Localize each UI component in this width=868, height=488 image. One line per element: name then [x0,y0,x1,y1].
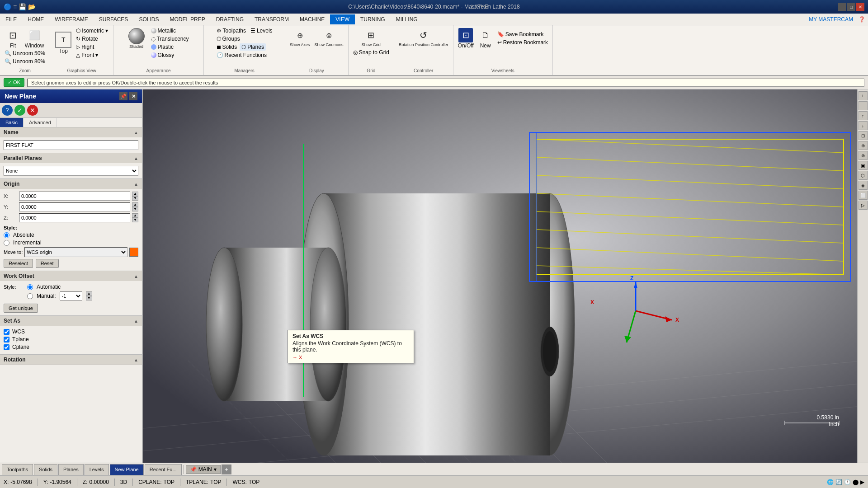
manual-select[interactable]: -1 [60,291,82,300]
origin-section-header[interactable]: Origin ▲ [0,179,142,189]
close-button[interactable]: ✕ [856,3,864,11]
x-up-arrow[interactable]: ▲ [132,192,138,196]
x-spinner[interactable]: ▲ ▼ [132,192,138,201]
menu-drafting[interactable]: DRAFTING [211,14,249,24]
y-up-arrow[interactable]: ▲ [132,202,138,207]
status-icon-arrow[interactable]: ▶ [860,479,864,485]
rs-btn-12[interactable]: ▷ [859,201,868,210]
snap-to-grid-button[interactable]: ◎ Snap to Grid [351,49,391,56]
rs-btn-11[interactable]: ⬜ [859,191,868,200]
work-offset-header[interactable]: Work Offset ▲ [0,271,142,281]
rs-btn-1[interactable]: + [859,91,868,100]
save-icon[interactable]: 💾 [19,3,26,10]
tplane-checkbox[interactable] [4,337,9,343]
add-tab-button[interactable]: + [222,465,231,474]
plastic-button[interactable]: Plastic [149,43,191,51]
get-unique-button[interactable]: Get unique [4,304,38,313]
reselect-button[interactable]: Reselect [4,259,33,268]
parallel-planes-header[interactable]: Parallel Planes ▲ [0,153,142,163]
save-bookmark-button[interactable]: 🔖 Save Bookmark [495,31,550,38]
rs-btn-10[interactable]: ◈ [859,181,868,190]
toolpaths-button[interactable]: ⚙ Toolpaths [215,27,248,34]
menu-wireframe[interactable]: WIREFRAME [49,14,93,24]
new-viewsheet-button[interactable]: 🗋 New [476,27,495,50]
front-view-button[interactable]: △ Front ▾ [74,52,110,59]
rs-btn-6[interactable]: ⊕ [859,141,868,150]
reset-button[interactable]: Reset [36,259,59,268]
menu-solids[interactable]: SOLIDS [133,14,164,24]
front-dropdown-icon[interactable]: ▾ [95,52,98,58]
cancel-button[interactable]: ✕ [27,105,38,116]
tab-planes[interactable]: Planes [58,464,84,475]
maximize-button[interactable]: □ [847,3,855,11]
set-as-header[interactable]: Set As ▲ [0,316,142,326]
shaded-sphere[interactable]: Shaded [127,27,146,50]
y-down-arrow[interactable]: ▼ [132,207,138,211]
show-axes-button[interactable]: ⊕ Show Axes [288,27,312,48]
rs-btn-4[interactable]: ↓ [859,121,868,130]
planes-button[interactable]: ⬡ Planes [240,43,266,51]
recent-functions-button[interactable]: 🕐 Recent Functions [215,52,274,59]
groups-button[interactable]: ⬡ Groups [215,35,242,42]
name-section-header[interactable]: Name ▲ [0,127,142,137]
restore-bookmark-button[interactable]: ↩ Restore Bookmark [495,39,550,46]
rs-btn-7[interactable]: ⊗ [859,151,868,160]
minimize-button[interactable]: − [838,3,846,11]
parallel-planes-select[interactable]: None [4,166,138,176]
on-off-button[interactable]: ⊡ On/Off [456,27,476,50]
glossy-button[interactable]: Glossy [149,52,191,59]
status-icon-globe[interactable]: 🌐 [827,479,834,485]
solids-button[interactable]: ◼ Solids [215,43,239,51]
z-up-arrow[interactable]: ▲ [132,213,138,218]
menu-transform[interactable]: TRANSFORM [249,14,294,24]
show-gnomons-button[interactable]: ⊚ Show Gnomons [313,27,345,48]
status-icon-clock[interactable]: 🕐 [844,479,851,485]
origin-y-input[interactable] [19,202,130,211]
y-spinner[interactable]: ▲ ▼ [132,202,138,211]
move-to-select[interactable]: WCS origin [24,247,127,257]
rs-btn-8[interactable]: ▣ [859,161,868,170]
incremental-radio[interactable] [4,240,9,246]
rs-btn-2[interactable]: − [859,101,868,110]
tab-levels[interactable]: Levels [85,464,109,475]
scene[interactable]: ⊕ AutoCursor ⋯ ⊞ ◌ ↩ ↪ [143,89,857,463]
rs-btn-5[interactable]: ⊡ [859,131,868,140]
name-input[interactable] [4,140,138,150]
menu-model-prep[interactable]: MODEL PREP [164,14,210,24]
unzoom50-button[interactable]: 🔍 Unzoom 50% [3,50,47,57]
origin-z-input[interactable] [19,213,130,222]
help-button[interactable]: ? [2,105,13,116]
show-grid-button[interactable]: ⊞ Show Grid [351,27,391,48]
rotate-button[interactable]: ↻ Rotate [74,35,110,42]
wcs-checkbox[interactable] [4,329,9,335]
menu-home[interactable]: HOME [22,14,49,24]
menu-milling[interactable]: MILLING [391,14,423,24]
tab-new-plane[interactable]: New Plane [110,464,144,475]
mastercam-help-icon[interactable]: ❓ [859,16,865,23]
open-icon[interactable]: 📂 [28,3,36,10]
main-tab[interactable]: 📌 MAIN ▾ [186,465,221,474]
fit-button[interactable]: ⊡ Fit [4,27,22,50]
window-button[interactable]: ⬜ Window [23,27,46,50]
tab-recent-functions[interactable]: Recent Fu... [145,464,182,475]
ok-toolbar-button[interactable]: ✓ OK [4,78,24,87]
z-spinner[interactable]: ▲ ▼ [132,213,138,222]
menu-file[interactable]: FILE [0,14,22,24]
metallic-button[interactable]: Metallic [149,27,191,34]
tab-basic[interactable]: Basic [0,118,24,127]
origin-x-input[interactable] [19,192,130,201]
status-icon-sync[interactable]: 🔄 [835,479,842,485]
automatic-radio[interactable] [27,284,33,290]
panel-pin-button[interactable]: 📌 [119,92,127,100]
status-icon-expand[interactable]: ⬤ [853,479,859,485]
rotation-position-button[interactable]: ↺ Rotation Position Controller [397,27,450,48]
unzoom80-button[interactable]: 🔍 Unzoom 80% [3,58,47,65]
my-mastercam-link[interactable]: MY MASTERCAM [803,14,859,24]
manual-spinner[interactable]: ▲ ▼ [86,291,92,300]
rs-btn-3[interactable]: ↑ [859,111,868,120]
ok-button[interactable]: ✓ [14,105,25,116]
isometric-dropdown-icon[interactable]: ▾ [105,28,108,34]
rs-btn-9[interactable]: ⬡ [859,171,868,180]
panel-close-button[interactable]: ✕ [129,92,137,100]
absolute-radio[interactable] [4,232,9,238]
